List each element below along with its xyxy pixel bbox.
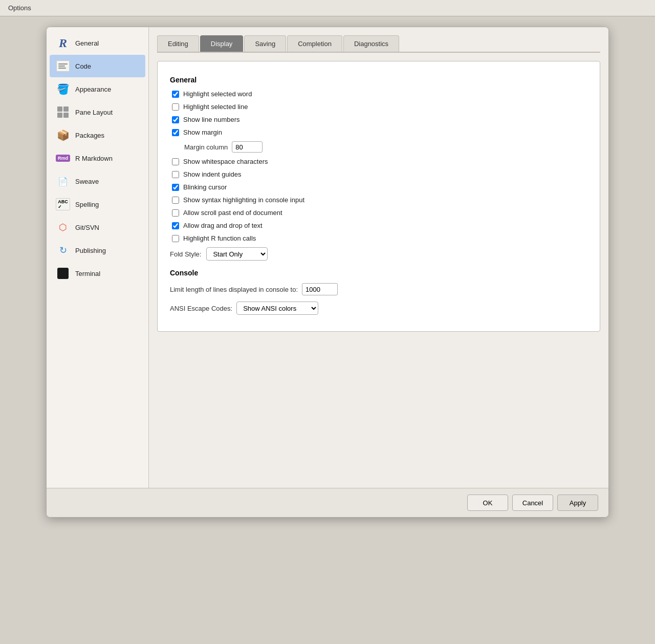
console-limit-label: Limit length of lines displayed in conso… bbox=[170, 286, 298, 293]
dialog-footer: OK Cancel Apply bbox=[47, 488, 608, 517]
ansi-label: ANSI Escape Codes: bbox=[170, 305, 232, 312]
sidebar-item-gitsvn[interactable]: ⬡ Git/SVN bbox=[50, 216, 145, 239]
sidebar-label-terminal: Terminal bbox=[75, 270, 100, 277]
apply-button[interactable]: Apply bbox=[557, 495, 598, 511]
checkbox-highlight-line[interactable] bbox=[172, 103, 179, 111]
display-panel: General Highlight selected word Highligh… bbox=[157, 61, 600, 332]
checkbox-row-show-margin: Show margin bbox=[170, 128, 587, 136]
tab-completion[interactable]: Completion bbox=[287, 35, 342, 52]
dialog: R General Code 🪣 bbox=[46, 27, 609, 518]
pane-layout-icon bbox=[56, 105, 70, 119]
margin-column-row: Margin column bbox=[170, 141, 587, 153]
checkbox-label-highlight-line: Highlight selected line bbox=[183, 103, 248, 111]
checkbox-row-indent-guides: Show indent guides bbox=[170, 170, 587, 178]
ok-button[interactable]: OK bbox=[467, 495, 508, 511]
checkbox-highlight-r-functions[interactable] bbox=[172, 235, 179, 242]
checkbox-highlight-word[interactable] bbox=[172, 91, 179, 98]
tab-saving[interactable]: Saving bbox=[244, 35, 286, 52]
checkbox-show-line-numbers[interactable] bbox=[172, 116, 179, 123]
general-section-title: General bbox=[170, 76, 587, 84]
sidebar-label-appearance: Appearance bbox=[75, 85, 111, 93]
fold-style-row: Fold Style: Start Only End Only Start an… bbox=[170, 247, 587, 261]
console-section-title: Console bbox=[170, 269, 587, 277]
checkbox-show-indent-guides[interactable] bbox=[172, 171, 179, 178]
fold-style-label: Fold Style: bbox=[170, 250, 201, 258]
console-limit-input[interactable] bbox=[302, 283, 338, 295]
checkbox-row-show-line-numbers: Show line numbers bbox=[170, 116, 587, 123]
sidebar-label-spelling: Spelling bbox=[75, 201, 99, 208]
tab-bar: Editing Display Saving Completion Diagno… bbox=[157, 35, 600, 53]
gitsvn-icon: ⬡ bbox=[56, 220, 70, 234]
checkbox-row-highlight-line: Highlight selected line bbox=[170, 103, 587, 111]
tab-display[interactable]: Display bbox=[200, 35, 244, 52]
checkbox-row-highlight-word: Highlight selected word bbox=[170, 90, 587, 98]
ansi-select[interactable]: Show ANSI colors Strip ANSI codes Ignore… bbox=[236, 302, 318, 315]
code-icon bbox=[56, 59, 70, 73]
sidebar-label-pane-layout: Pane Layout bbox=[75, 109, 113, 116]
cancel-button[interactable]: Cancel bbox=[512, 495, 553, 511]
checkbox-label-whitespace: Show whitespace characters bbox=[183, 158, 268, 165]
rmarkdown-icon: Rmd bbox=[56, 151, 70, 165]
checkbox-drag-drop[interactable] bbox=[172, 222, 179, 229]
sidebar-label-general: General bbox=[75, 39, 99, 47]
checkbox-scroll-past-end[interactable] bbox=[172, 209, 179, 217]
tab-editing[interactable]: Editing bbox=[157, 35, 199, 52]
checkbox-label-show-margin: Show margin bbox=[183, 128, 222, 136]
checkbox-row-highlight-r-functions: Highlight R function calls bbox=[170, 234, 587, 242]
margin-column-input[interactable] bbox=[232, 141, 263, 153]
sidebar-label-packages: Packages bbox=[75, 132, 104, 139]
publishing-icon: ↻ bbox=[56, 243, 70, 257]
main-area: Editing Display Saving Completion Diagno… bbox=[149, 27, 608, 488]
tab-diagnostics[interactable]: Diagnostics bbox=[343, 35, 399, 52]
checkbox-label-drag-drop: Allow drag and drop of text bbox=[183, 222, 263, 229]
sidebar-item-general[interactable]: R General bbox=[50, 32, 145, 54]
title-bar: Options bbox=[0, 0, 655, 16]
packages-icon: 📦 bbox=[56, 128, 70, 142]
appearance-icon: 🪣 bbox=[56, 82, 70, 96]
checkbox-row-scroll-past-end: Allow scroll past end of document bbox=[170, 209, 587, 217]
checkbox-label-syntax-console: Show syntax highlighting in console inpu… bbox=[183, 196, 304, 204]
sidebar-label-gitsvn: Git/SVN bbox=[75, 224, 99, 231]
checkbox-label-highlight-r-functions: Highlight R function calls bbox=[183, 234, 256, 242]
sidebar-label-rmarkdown: R Markdown bbox=[75, 155, 113, 162]
dialog-content: R General Code 🪣 bbox=[47, 27, 608, 488]
sidebar-label-code: Code bbox=[75, 62, 91, 70]
sidebar-item-sweave[interactable]: 📄 Sweave bbox=[50, 170, 145, 192]
checkbox-label-indent-guides: Show indent guides bbox=[183, 170, 241, 178]
checkbox-syntax-console[interactable] bbox=[172, 197, 179, 204]
sweave-icon: 📄 bbox=[56, 174, 70, 188]
checkbox-row-syntax-console: Show syntax highlighting in console inpu… bbox=[170, 196, 587, 204]
checkbox-blinking-cursor[interactable] bbox=[172, 184, 179, 191]
sidebar: R General Code 🪣 bbox=[47, 27, 149, 488]
sidebar-label-sweave: Sweave bbox=[75, 178, 99, 185]
margin-column-label: Margin column bbox=[184, 143, 228, 151]
checkbox-label-blinking-cursor: Blinking cursor bbox=[183, 183, 227, 191]
checkbox-label-highlight-word: Highlight selected word bbox=[183, 90, 252, 98]
checkbox-label-show-line-numbers: Show line numbers bbox=[183, 116, 240, 123]
sidebar-item-publishing[interactable]: ↻ Publishing bbox=[50, 239, 145, 262]
sidebar-item-terminal[interactable]: Terminal bbox=[50, 262, 145, 285]
checkbox-label-scroll-past-end: Allow scroll past end of document bbox=[183, 209, 282, 217]
terminal-icon bbox=[56, 266, 70, 281]
sidebar-item-pane-layout[interactable]: Pane Layout bbox=[50, 101, 145, 123]
spelling-icon: ABC✓ bbox=[56, 197, 70, 211]
r-icon: R bbox=[56, 36, 70, 50]
sidebar-label-publishing: Publishing bbox=[75, 247, 106, 254]
sidebar-item-appearance[interactable]: 🪣 Appearance bbox=[50, 78, 145, 100]
console-limit-row: Limit length of lines displayed in conso… bbox=[170, 283, 587, 295]
checkbox-show-margin[interactable] bbox=[172, 129, 179, 136]
sidebar-item-rmarkdown[interactable]: Rmd R Markdown bbox=[50, 147, 145, 169]
sidebar-item-spelling[interactable]: ABC✓ Spelling bbox=[50, 193, 145, 216]
checkbox-show-whitespace[interactable] bbox=[172, 158, 179, 165]
fold-style-select[interactable]: Start Only End Only Start and End bbox=[206, 247, 268, 261]
sidebar-item-packages[interactable]: 📦 Packages bbox=[50, 124, 145, 146]
checkbox-row-whitespace: Show whitespace characters bbox=[170, 158, 587, 165]
ansi-row: ANSI Escape Codes: Show ANSI colors Stri… bbox=[170, 302, 587, 315]
checkbox-row-drag-drop: Allow drag and drop of text bbox=[170, 222, 587, 229]
window-title: Options bbox=[8, 4, 31, 12]
sidebar-item-code[interactable]: Code bbox=[50, 55, 145, 77]
checkbox-row-blinking-cursor: Blinking cursor bbox=[170, 183, 587, 191]
